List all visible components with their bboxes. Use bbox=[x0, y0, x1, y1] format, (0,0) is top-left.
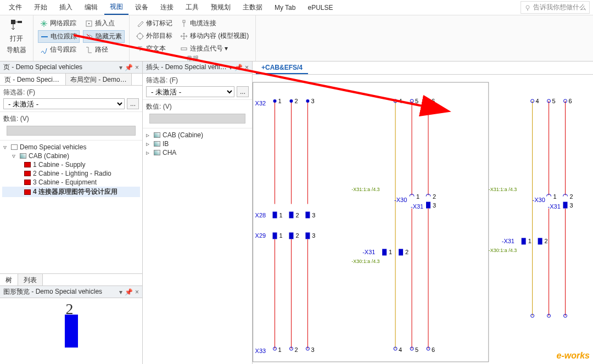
menu-insert[interactable]: 插入 bbox=[54, 1, 78, 14]
menu-start[interactable]: 开始 bbox=[29, 1, 53, 14]
tree-cab[interactable]: ▿CAB (Cabine) bbox=[2, 152, 140, 160]
signal-trace-button[interactable]: 信号跟踪 bbox=[38, 44, 80, 55]
label-x30: -X30 bbox=[394, 197, 407, 203]
mid-filter-select[interactable]: - 未激活 - bbox=[146, 86, 234, 97]
plug-cab[interactable]: ▹CAB (Cabine) bbox=[145, 131, 250, 139]
move-icon bbox=[180, 32, 188, 40]
svg-rect-1 bbox=[11, 20, 15, 24]
svg-text:1: 1 bbox=[279, 212, 282, 219]
svg-text:1: 1 bbox=[416, 193, 419, 200]
svg-rect-56 bbox=[399, 249, 403, 255]
close-icon[interactable]: × bbox=[245, 64, 249, 71]
ext-icon bbox=[136, 32, 144, 40]
path-button[interactable]: 路径 bbox=[83, 44, 125, 55]
label-x28: X28 bbox=[255, 212, 266, 219]
ribbon: 打开 导航器 网络跟踪 电位跟踪 信号跟踪 插入点 隐藏元素 路径 修订标记 外… bbox=[0, 15, 593, 61]
pages-header: 页 - Demo Special vehicles ▾📌× bbox=[0, 61, 142, 74]
preview-shape bbox=[65, 315, 78, 348]
pin-icon[interactable]: 📌 bbox=[125, 64, 133, 71]
empty-text-button[interactable]: 空文本 bbox=[134, 43, 175, 54]
cable-icon bbox=[180, 20, 188, 27]
menu-file[interactable]: 文件 bbox=[3, 1, 27, 14]
svg-text:6: 6 bbox=[432, 346, 435, 353]
tab-list[interactable]: 列表 bbox=[18, 274, 43, 285]
pages-tabs: 页 - Demo Special ve... 布局空间 - Demo Spe..… bbox=[0, 74, 142, 86]
svg-text:3: 3 bbox=[312, 212, 315, 219]
rev-icon bbox=[136, 20, 144, 27]
menu-epulse[interactable]: ePULSE bbox=[302, 2, 338, 14]
menu-device[interactable]: 设备 bbox=[130, 1, 154, 14]
svg-text:4: 4 bbox=[399, 346, 402, 353]
dropdown-icon[interactable]: ▾ bbox=[119, 64, 122, 71]
svg-text:2: 2 bbox=[405, 249, 409, 255]
external-target-button[interactable]: 外部目标 bbox=[134, 30, 175, 42]
tree-child-1[interactable]: 1 Cabine - Supply bbox=[2, 160, 140, 169]
filter-more-button[interactable]: ... bbox=[127, 98, 139, 109]
tree-child-2[interactable]: 2 Cabine - Lighting - Radio bbox=[2, 169, 140, 178]
hide-icon bbox=[86, 33, 93, 41]
label-mx31a: -X31 bbox=[411, 203, 423, 210]
cable-connect-button[interactable]: 电缆连接 bbox=[178, 18, 251, 29]
tab-pages[interactable]: 页 - Demo Special ve... bbox=[0, 74, 66, 85]
dropdown-icon[interactable]: ▾ bbox=[119, 288, 122, 296]
menu-mytab[interactable]: My Tab bbox=[269, 2, 301, 14]
menu-connect[interactable]: 连接 bbox=[155, 1, 179, 14]
mid-filter-label: 筛选器: (F) bbox=[146, 76, 249, 85]
open-navigator-button[interactable]: 打开 导航器 bbox=[4, 18, 29, 56]
pages-panel: 页 - Demo Special vehicles ▾📌× 页 - Demo S… bbox=[0, 61, 143, 364]
pin-icon[interactable]: 📌 bbox=[234, 64, 243, 71]
value-bar bbox=[7, 126, 136, 136]
ribbon-group-2: 修订标记 外部目标 空文本 电缆连接 移动内容 (模型视图) 连接点代号 ▾ 常… bbox=[130, 15, 256, 61]
move-content-button[interactable]: 移动内容 (模型视图) bbox=[178, 30, 251, 42]
tree-child-3[interactable]: 3 Cabine - Equipment bbox=[2, 178, 140, 187]
close-icon[interactable]: × bbox=[135, 288, 139, 296]
svg-text:2: 2 bbox=[294, 346, 298, 353]
svg-point-0 bbox=[526, 5, 529, 9]
tab-tree[interactable]: 树 bbox=[0, 274, 18, 285]
plug-ib[interactable]: ▹IB bbox=[145, 139, 250, 148]
conn-point-code-button[interactable]: 连接点代号 ▾ bbox=[178, 43, 251, 54]
menu-tools[interactable]: 工具 bbox=[180, 1, 204, 14]
mid-filter-more[interactable]: ... bbox=[237, 86, 249, 97]
plugs-panel: 插头 - Demo Special vehicles ▾📌× 筛选器: (F) … bbox=[143, 61, 253, 364]
plugs-tree: ▹CAB (Cabine) ▹IB ▹CHA bbox=[143, 128, 252, 364]
open-label: 打开 bbox=[10, 34, 23, 43]
tree-root[interactable]: ▿Demo Special vehicles bbox=[2, 143, 140, 152]
tree-child-4[interactable]: 4 连接器原理图符号设计应用 bbox=[2, 187, 140, 197]
svg-rect-19 bbox=[273, 212, 277, 219]
tab-layout[interactable]: 布局空间 - Demo Spe... bbox=[66, 74, 132, 85]
menu-view[interactable]: 视图 bbox=[104, 0, 128, 15]
search-box[interactable]: 告诉我你想做什么 bbox=[521, 1, 590, 14]
svg-text:6: 6 bbox=[432, 98, 435, 104]
svg-text:3: 3 bbox=[312, 232, 315, 239]
potential-trace-button[interactable]: 电位跟踪 bbox=[38, 30, 80, 43]
pin-icon[interactable]: 📌 bbox=[125, 288, 133, 296]
close-icon[interactable]: × bbox=[135, 64, 139, 71]
canvas[interactable]: X32 123 X28 123 X29 123 X33 123 bbox=[253, 75, 593, 364]
revision-mark-button[interactable]: 修订标记 bbox=[134, 18, 175, 29]
svg-text:2: 2 bbox=[569, 193, 573, 200]
svg-text:5: 5 bbox=[552, 98, 556, 104]
svg-rect-85 bbox=[538, 238, 542, 244]
svg-text:3: 3 bbox=[311, 98, 314, 104]
menu-master[interactable]: 主数据 bbox=[237, 1, 268, 14]
svg-rect-9 bbox=[253, 82, 489, 362]
point-icon bbox=[85, 20, 93, 27]
label-g1: -X31:1:a /4.3 bbox=[351, 187, 379, 192]
menu-edit[interactable]: 编辑 bbox=[79, 1, 103, 14]
plugs-header: 插头 - Demo Special vehicles ▾📌× bbox=[143, 61, 252, 74]
mid-filter: 筛选器: (F) - 未激活 - ... bbox=[143, 74, 252, 100]
mid-value: 数值: (V) bbox=[143, 100, 252, 128]
net-trace-button[interactable]: 网络跟踪 bbox=[38, 18, 80, 29]
dropdown-icon[interactable]: ▾ bbox=[229, 64, 232, 71]
hide-element-button[interactable]: 隐藏元素 bbox=[83, 30, 125, 43]
svg-rect-6 bbox=[183, 20, 185, 23]
canvas-tab[interactable]: +CAB&EFS/4 bbox=[256, 62, 308, 74]
plugs-title: 插头 - Demo Special vehicles bbox=[146, 63, 227, 72]
filter-select[interactable]: - 未激活 - bbox=[3, 98, 125, 109]
plug-cha[interactable]: ▹CHA bbox=[145, 148, 250, 157]
filter-label: 筛选器: (F) bbox=[3, 88, 139, 97]
menu-preplan[interactable]: 预规划 bbox=[205, 1, 236, 14]
insert-point-button[interactable]: 插入点 bbox=[83, 18, 125, 29]
svg-text:1: 1 bbox=[528, 238, 532, 244]
